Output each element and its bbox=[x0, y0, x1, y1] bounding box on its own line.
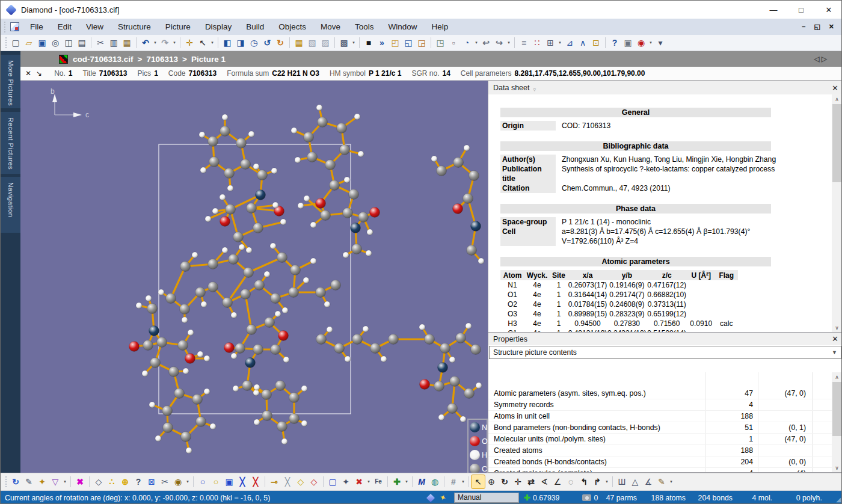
atom-c[interactable] bbox=[437, 166, 447, 176]
data-sheet-caption[interactable]: Data sheet ▿ ✕ bbox=[488, 81, 842, 94]
data-grid[interactable]: ⊞ bbox=[544, 36, 557, 49]
atom-h[interactable] bbox=[367, 229, 373, 235]
orbit-rotate[interactable]: ⊕ bbox=[485, 475, 498, 488]
atom-c[interactable] bbox=[325, 160, 336, 170]
step-rotate-cw[interactable]: ↱ bbox=[591, 475, 604, 488]
print-preview[interactable]: ◫ bbox=[62, 36, 75, 49]
scrollbar-thumb[interactable] bbox=[832, 382, 841, 436]
table-mode-dropdown[interactable]: ▾ bbox=[351, 40, 357, 45]
atom-h[interactable] bbox=[310, 222, 316, 228]
atom-c[interactable] bbox=[447, 404, 458, 414]
menu-edit[interactable]: Edit bbox=[51, 19, 79, 35]
atom-c[interactable] bbox=[304, 132, 314, 143]
breadcrumb-picture[interactable]: Picture 1 bbox=[191, 55, 226, 64]
maximize-button[interactable]: □ bbox=[787, 1, 815, 19]
coordination-sphere-dropdown[interactable]: ▾ bbox=[185, 479, 191, 484]
breadcrumb-structure[interactable]: 7106313 bbox=[146, 55, 178, 64]
bond[interactable] bbox=[248, 257, 282, 272]
paste[interactable]: ▦ bbox=[120, 36, 134, 49]
atom-c[interactable] bbox=[464, 389, 475, 399]
atom-c[interactable] bbox=[453, 158, 464, 168]
pack-cell[interactable]: ▣ bbox=[223, 475, 236, 488]
atom-c[interactable] bbox=[425, 334, 435, 345]
atom-h[interactable] bbox=[254, 419, 260, 425]
atom-h[interactable] bbox=[280, 219, 286, 225]
print[interactable]: ▤ bbox=[75, 36, 88, 49]
new-picture[interactable]: ◰ bbox=[389, 36, 402, 49]
atom-c[interactable] bbox=[166, 293, 176, 304]
atom-c[interactable] bbox=[352, 334, 363, 345]
atom-c[interactable] bbox=[233, 232, 244, 242]
atom-c[interactable] bbox=[157, 337, 167, 348]
atom-c[interactable] bbox=[330, 180, 340, 191]
cut[interactable]: ✂ bbox=[94, 36, 107, 49]
next-picture-dropdown[interactable]: ▾ bbox=[506, 40, 512, 45]
new-table[interactable]: ▦ bbox=[292, 36, 306, 49]
tracking-diamond-icon[interactable] bbox=[428, 495, 434, 501]
save[interactable]: ▣ bbox=[35, 36, 49, 49]
undo[interactable]: ↶ bbox=[139, 36, 152, 49]
atom-c[interactable] bbox=[208, 137, 218, 147]
atom-c[interactable] bbox=[162, 406, 173, 416]
atom-h[interactable] bbox=[231, 353, 237, 359]
breadcrumb-forward-icon[interactable]: ▷ bbox=[822, 55, 827, 63]
new-file[interactable]: ▢ bbox=[9, 36, 22, 49]
atom-h[interactable] bbox=[358, 151, 364, 157]
fit-to-window[interactable]: ✚ bbox=[390, 475, 404, 488]
add-atoms[interactable]: ∴ bbox=[105, 475, 118, 488]
atom-h[interactable] bbox=[281, 438, 287, 444]
connect-atoms[interactable]: ⊠ bbox=[145, 475, 158, 488]
angle-plot[interactable]: ⊿ bbox=[563, 36, 576, 49]
toolbar-grip[interactable] bbox=[4, 476, 8, 487]
data-brief[interactable]: ◷ bbox=[247, 36, 260, 49]
mode-indicator[interactable]: Manual bbox=[454, 493, 519, 503]
properties-scrollbar[interactable]: ∧ ∨ bbox=[832, 372, 842, 472]
atom-c[interactable] bbox=[229, 254, 239, 265]
ring-search-blue[interactable]: ○ bbox=[196, 475, 209, 488]
atom-h[interactable] bbox=[239, 244, 245, 250]
measure-ruler[interactable]: Ш bbox=[615, 475, 628, 488]
atom-o[interactable] bbox=[278, 331, 289, 341]
atom-c[interactable] bbox=[147, 304, 158, 314]
atom-c[interactable] bbox=[450, 376, 460, 387]
properties-row[interactable]: Atoms in unit cell188 bbox=[488, 411, 832, 422]
atom-c[interactable] bbox=[180, 304, 190, 315]
atom-h[interactable] bbox=[142, 370, 148, 376]
atom-c[interactable] bbox=[456, 333, 466, 343]
atom-h[interactable] bbox=[204, 389, 210, 395]
atom-c[interactable] bbox=[178, 340, 188, 351]
atom-c[interactable] bbox=[289, 414, 300, 424]
atom-c[interactable] bbox=[242, 381, 253, 391]
ring-search-yellow[interactable]: ○ bbox=[209, 475, 223, 488]
step-rotate-ccw[interactable]: ↰ bbox=[577, 475, 591, 488]
atom-c[interactable] bbox=[337, 123, 347, 134]
cell-edges[interactable]: ▢ bbox=[326, 475, 339, 488]
bond[interactable] bbox=[245, 294, 251, 330]
atom-h[interactable] bbox=[248, 131, 254, 137]
mdi-restore-icon[interactable]: ◱ bbox=[814, 23, 820, 31]
atom-h[interactable] bbox=[283, 357, 289, 363]
measure-angle[interactable]: △ bbox=[628, 475, 642, 488]
menu-display[interactable]: Display bbox=[198, 19, 239, 35]
atom-h[interactable] bbox=[431, 156, 437, 162]
atom-h[interactable] bbox=[222, 247, 228, 253]
close-button[interactable]: ✕ bbox=[815, 1, 842, 19]
destroy-all[interactable]: ✖ bbox=[73, 475, 87, 488]
globe-view[interactable]: ◍ bbox=[428, 475, 441, 488]
refresh-view[interactable]: ↻ bbox=[274, 36, 287, 49]
destroy-selection-dropdown[interactable]: ▾ bbox=[366, 479, 372, 484]
atom-h[interactable] bbox=[192, 252, 198, 258]
sidebar-tab-more-pictures[interactable]: More Pictures bbox=[1, 55, 20, 108]
properties-caption[interactable]: Properties ✕ bbox=[488, 333, 842, 345]
atom-c[interactable] bbox=[290, 265, 301, 275]
toolbar-grip[interactable] bbox=[3, 22, 7, 32]
atom-h[interactable] bbox=[363, 326, 369, 332]
atom-h[interactable] bbox=[136, 303, 142, 309]
atom-h[interactable] bbox=[345, 356, 351, 362]
atom-c[interactable] bbox=[195, 287, 206, 298]
atom-c[interactable] bbox=[307, 152, 318, 162]
atom-c[interactable] bbox=[277, 253, 287, 263]
breadcrumb-back-icon[interactable]: ◁ bbox=[814, 55, 820, 63]
atom-n[interactable] bbox=[351, 223, 361, 233]
atom-h[interactable] bbox=[204, 355, 210, 361]
